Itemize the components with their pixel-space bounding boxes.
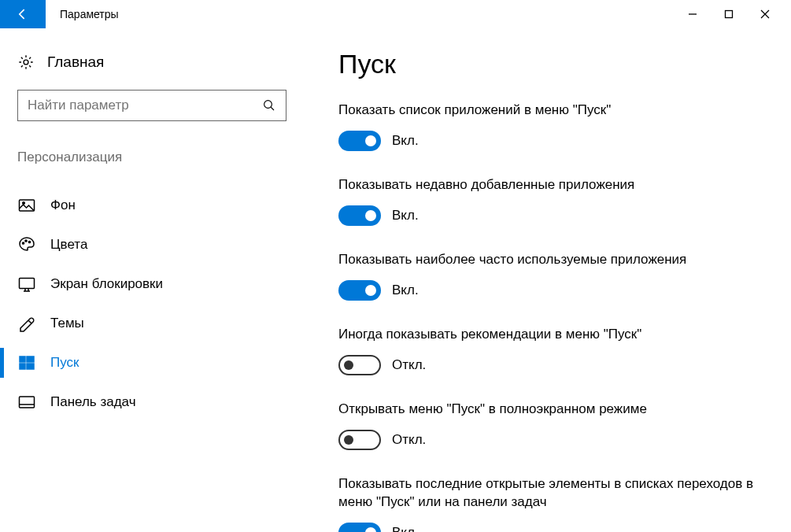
home-label: Главная — [47, 54, 104, 71]
titlebar: Параметры — [0, 0, 791, 28]
search-input[interactable] — [17, 90, 286, 121]
toggle-row: Вкл. — [338, 280, 760, 301]
sidebar-item-label: Фон — [50, 198, 76, 213]
toggle-row: Вкл. — [338, 205, 760, 226]
svg-point-6 — [25, 240, 27, 242]
toggle-row: Откл. — [338, 355, 760, 375]
window-controls — [675, 0, 791, 28]
setting-label: Открывать меню "Пуск" в полноэкранном ре… — [338, 401, 760, 419]
svg-point-4 — [23, 202, 25, 205]
svg-point-1 — [24, 60, 28, 65]
svg-rect-8 — [20, 279, 35, 289]
palette-icon — [17, 235, 36, 254]
svg-point-5 — [22, 242, 24, 244]
setting-label: Иногда показывать рекомендации в меню "П… — [338, 326, 760, 344]
home-button[interactable]: Главная — [17, 49, 286, 90]
toggle-row: Вкл. — [338, 131, 760, 151]
svg-rect-10 — [27, 357, 34, 362]
arrow-left-icon — [15, 6, 31, 22]
window-title: Параметры — [46, 0, 119, 28]
category-label: Персонализация — [17, 150, 286, 165]
sidebar-item-taskbar[interactable]: Панель задач — [0, 382, 286, 422]
close-button[interactable] — [747, 0, 783, 28]
setting-label: Показывать последние открытые элементы в… — [338, 475, 760, 512]
setting-item: Показывать недавно добавленные приложени… — [338, 176, 760, 226]
lockscreen-icon — [17, 275, 36, 294]
sidebar-item-start[interactable]: Пуск — [0, 343, 286, 382]
taskbar-icon — [17, 393, 36, 412]
toggle-switch[interactable] — [338, 280, 381, 301]
toggle-state-label: Вкл. — [392, 133, 419, 149]
search-field[interactable] — [28, 98, 262, 113]
sidebar-item-label: Темы — [50, 316, 84, 331]
sidebar-item-background[interactable]: Фон — [0, 186, 286, 225]
search-icon — [262, 98, 276, 113]
sidebar-item-label: Панель задач — [50, 394, 136, 410]
svg-rect-9 — [20, 357, 25, 362]
toggle-row: Откл. — [338, 430, 760, 450]
svg-rect-0 — [726, 11, 733, 18]
svg-point-2 — [264, 101, 272, 109]
toggle-row: Вкл. — [338, 523, 760, 532]
back-button[interactable] — [0, 0, 46, 28]
settings-list: Показать список приложений в меню "Пуск"… — [338, 102, 760, 532]
sidebar-item-themes[interactable]: Темы — [0, 304, 286, 343]
sidebar-item-label: Цвета — [50, 237, 87, 253]
content: Главная Персонализация Фон Цвета Э — [0, 28, 791, 532]
setting-item: Показывать последние открытые элементы в… — [338, 475, 760, 532]
svg-rect-11 — [20, 364, 25, 369]
toggle-state-label: Вкл. — [392, 208, 419, 224]
svg-rect-13 — [20, 397, 35, 408]
start-icon — [17, 353, 36, 372]
sidebar: Главная Персонализация Фон Цвета Э — [0, 49, 307, 532]
themes-icon — [17, 314, 36, 333]
svg-rect-12 — [27, 364, 34, 369]
maximize-button[interactable] — [711, 0, 747, 28]
setting-label: Показать список приложений в меню "Пуск" — [338, 102, 760, 120]
toggle-switch[interactable] — [338, 355, 381, 375]
toggle-switch[interactable] — [338, 131, 381, 151]
gear-icon — [17, 54, 35, 71]
sidebar-item-label: Экран блокировки — [50, 276, 163, 292]
minimize-button[interactable] — [675, 0, 711, 28]
toggle-state-label: Вкл. — [392, 525, 419, 532]
setting-label: Показывать недавно добавленные приложени… — [338, 176, 760, 194]
setting-item: Иногда показывать рекомендации в меню "П… — [338, 326, 760, 375]
toggle-switch[interactable] — [338, 430, 381, 450]
sidebar-item-lockscreen[interactable]: Экран блокировки — [0, 264, 286, 304]
sidebar-item-label: Пуск — [50, 355, 79, 371]
setting-item: Показывать наиболее часто используемые п… — [338, 251, 760, 301]
setting-label: Показывать наиболее часто используемые п… — [338, 251, 760, 269]
picture-icon — [17, 196, 36, 215]
svg-point-7 — [28, 241, 30, 242]
setting-item: Открывать меню "Пуск" в полноэкранном ре… — [338, 401, 760, 450]
main: Пуск Показать список приложений в меню "… — [307, 49, 791, 532]
toggle-state-label: Вкл. — [392, 283, 419, 298]
sidebar-item-colors[interactable]: Цвета — [0, 225, 286, 264]
toggle-switch[interactable] — [338, 523, 381, 532]
page-title: Пуск — [338, 49, 760, 79]
toggle-state-label: Откл. — [392, 357, 426, 373]
toggle-state-label: Откл. — [392, 432, 426, 448]
setting-item: Показать список приложений в меню "Пуск"… — [338, 102, 760, 151]
toggle-switch[interactable] — [338, 205, 381, 226]
